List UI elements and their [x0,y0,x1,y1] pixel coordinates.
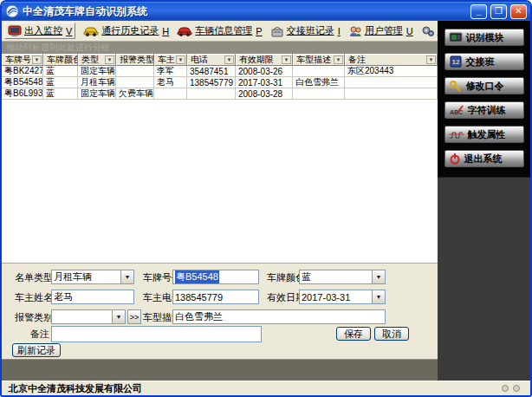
table-header-row: 车牌号▼ 车牌颜色▼ 类型▼ 报警类型▼ 车主▼ 电话▼ 有效期限▼ 车型描述▼… [2,54,438,66]
exit-system-power-icon [449,153,461,165]
toolbar-entry-exit-monitor[interactable]: 出入监控 V [4,23,75,39]
column-header-plate-color[interactable]: 车牌颜色▼ [43,54,78,66]
column-filter-arrow-icon[interactable]: ▼ [224,55,234,64]
character-training-button[interactable]: ABC 字符训练 [444,101,524,119]
column-filter-arrow-icon[interactable]: ▼ [282,55,291,64]
chevron-down-icon[interactable]: ▼ [120,270,133,283]
table-row[interactable]: 粤B6L993 蓝 固定车辆 欠费车辆 2008-03-28 [2,88,438,100]
refresh-records-button[interactable]: 刷新记录 [12,343,61,357]
toolbar-mnemonic: V [66,26,72,36]
table-row[interactable]: 粤BK2427 蓝 固定车辆 李军 35487451 2008-03-26 东区… [2,66,438,77]
change-password-button[interactable]: 修改口令 [444,77,524,94]
toolbar-label: 通行历史记录 [101,24,159,37]
status-bar: 北京中全清茂科技发展有限公司 [2,381,530,395]
chevron-down-icon[interactable]: ▼ [372,290,385,303]
minimize-button[interactable]: _ [470,4,487,19]
toolbar-label: 交接班记录 [287,24,334,37]
toolbar-mnemonic: I [338,26,341,36]
chevron-down-icon[interactable]: ▼ [372,270,385,283]
column-filter-arrow-icon[interactable]: ▼ [105,55,114,64]
toolbar-user-management[interactable]: 用户管理 U [348,24,413,37]
shift-handover-button[interactable]: 12 交接班 [444,53,524,70]
plate-color-select[interactable]: 蓝 ▼ [299,270,386,284]
table-empty-area [2,100,438,263]
status-indicator-icon [502,385,509,392]
recognition-module-button[interactable]: 识别模块 [444,29,524,46]
remark-label: 备注 [30,328,49,341]
shift-handover-icon: 12 [449,55,463,68]
column-header-remark[interactable]: 备注▼ [345,54,438,66]
alarm-type-label: 报警类别 [15,311,53,324]
sidebar-button-label: 修改口令 [466,80,504,93]
alarm-type-select[interactable]: ▼ [51,309,126,324]
bottom-button-row: 刷新记录 [2,342,438,359]
title-bar: 中全清茂车牌自动识别系统 _ ❐ ✕ [2,2,530,21]
alarm-type-more-button[interactable]: >> [127,309,141,324]
table-row[interactable]: 粤B54548 蓝 月租车辆 老马 138545779 2017-03-31 白… [2,77,438,88]
save-button[interactable]: 保存 [336,327,371,341]
toolbar-pass-history[interactable]: 通行历史记录 H [83,24,169,37]
plate-number-input[interactable]: 粤B54548 [172,270,259,284]
toolbar-label: 用户管理 [365,24,403,37]
bottom-panel [2,359,438,381]
sidebar-button-label: 交接班 [466,55,495,68]
svg-text:12: 12 [451,58,459,66]
toolbar-vehicle-info[interactable]: 车辆信息管理 P [177,24,262,37]
owner-phone-input[interactable] [172,290,259,304]
close-button[interactable]: ✕ [510,4,527,19]
column-filter-arrow-icon[interactable]: ▼ [426,55,436,64]
column-header-type[interactable]: 类型▼ [78,54,116,66]
column-filter-arrow-icon[interactable]: ▼ [176,55,185,64]
list-type-select[interactable]: 月租车辆 ▼ [51,270,134,284]
main-toolbar: 出入监控 V 通行历史记录 H 车辆信息管理 P 交接班记录 I [2,21,438,42]
character-training-icon: ABC [449,104,464,116]
change-password-keys-icon [449,80,463,92]
trigger-properties-button[interactable]: 触发属性 [444,126,524,143]
recognition-module-icon [449,32,463,43]
window-title: 中全清茂车牌自动识别系统 [23,4,467,19]
cancel-button[interactable]: 取消 [374,327,409,341]
sidebar-button-label: 字符训练 [468,104,506,117]
toolbar-shift-record[interactable]: 交接班记录 I [270,24,341,37]
sidebar-button-label: 退出系统 [464,153,503,166]
column-header-plate[interactable]: 车牌号▼ [2,54,43,66]
system-maintenance-gears-icon [421,25,435,37]
pass-history-car-icon [83,25,99,37]
column-header-alarm-type[interactable]: 报警类型▼ [116,54,154,66]
shift-record-icon [270,25,284,37]
exit-system-button[interactable]: 退出系统 [444,150,524,167]
vehicle-desc-input[interactable] [172,309,386,324]
toolbar-mnemonic: P [256,26,262,36]
status-indicator-icon [513,385,520,392]
column-header-valid-date[interactable]: 有效期限▼ [236,54,293,66]
app-window: 中全清茂车牌自动识别系统 _ ❐ ✕ 出入监控 V 通行历史记录 H [0,0,532,397]
chevron-down-icon[interactable]: ▼ [112,310,125,323]
app-logo-icon [5,4,19,18]
group-by-bar[interactable]: 拖动列标题到此处进行分组 [2,42,438,54]
column-header-owner[interactable]: 车主▼ [154,54,187,66]
column-filter-arrow-icon[interactable]: ▼ [334,55,343,64]
owner-name-input[interactable] [51,290,134,304]
trigger-properties-waveform-icon [449,128,464,140]
function-sidebar: 识别模块 12 交接班 修改口令 ABC 字符训练 触发属性 退出系统 [438,21,530,381]
owner-name-label: 车主姓名 [15,291,53,304]
user-management-icon [348,25,362,37]
svg-text:ABC: ABC [450,109,463,115]
company-name: 北京中全清茂科技发展有限公司 [9,382,142,395]
column-filter-arrow-icon[interactable]: ▼ [32,55,42,64]
entry-exit-monitor-icon [8,24,22,37]
column-header-phone[interactable]: 电话▼ [187,54,236,66]
record-edit-form: 名单类型 月租车辆 ▼ 车牌号码 粤B54548 车牌颜色 蓝 ▼ 车主姓名 车… [2,263,438,342]
toolbar-label: 出入监控 [24,24,62,37]
sidebar-button-label: 触发属性 [468,128,506,141]
vehicle-info-car-icon [177,25,192,37]
column-header-vehicle-desc[interactable]: 车型描述▼ [293,54,345,66]
toolbar-label: 车辆信息管理 [195,24,252,37]
list-type-label: 名单类型 [15,271,53,284]
valid-date-select[interactable]: 2017-03-31 ▼ [299,290,386,304]
toolbar-mnemonic: U [406,26,413,36]
remark-textarea[interactable] [51,326,262,342]
sidebar-button-label: 识别模块 [466,31,504,44]
maximize-button[interactable]: ❐ [490,4,507,19]
status-indicators [502,385,523,392]
